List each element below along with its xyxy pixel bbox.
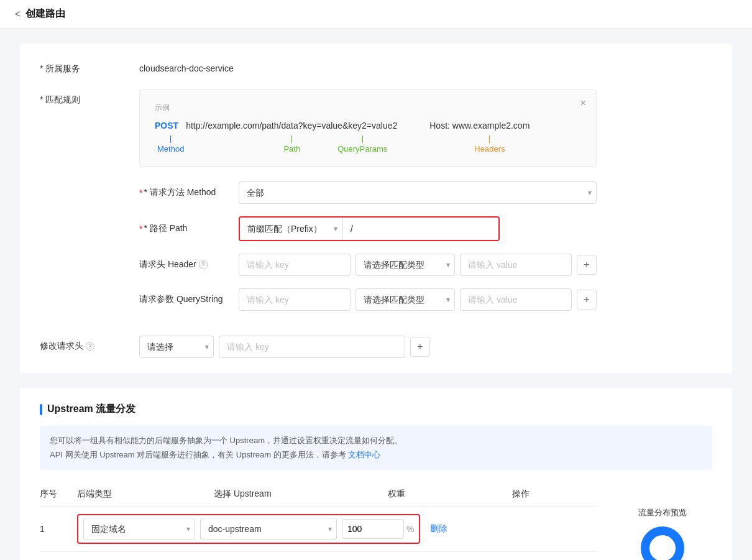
match-rule-row: * 匹配规则 示例 × POST http://example.com/path… [40, 90, 712, 321]
weight-unit: % [406, 524, 414, 534]
modify-header-controls: 请选择 ▾ + [139, 336, 430, 358]
backend-type-select[interactable]: 固定域名 [83, 518, 195, 540]
headers-annotation: Headers [474, 135, 505, 154]
header-key-input[interactable] [239, 254, 351, 276]
upstream-select-cell: doc-upstream ▾ [200, 518, 337, 540]
method-annotation: Method [157, 135, 184, 154]
col-header-index: 序号 [40, 489, 77, 500]
doc-center-link[interactable]: 文档中心 [348, 450, 380, 459]
backend-type-select-wrapper[interactable]: 固定域名 ▾ [83, 518, 195, 540]
main-content: * 所属服务 cloudsearch-doc-service * 匹配规则 示例… [0, 29, 752, 560]
donut-chart [638, 523, 687, 560]
service-row: * 所属服务 cloudsearch-doc-service [40, 58, 712, 75]
match-rule-label: * 匹配规则 [40, 90, 139, 106]
path-sub-row: * * 路径 Path 前缀匹配（Prefix） 精确匹配（Exact） 正则匹… [139, 216, 597, 241]
row-data-group: 固定域名 ▾ doc-upstream ▾ [77, 514, 420, 544]
modify-header-add-button[interactable]: + [410, 337, 430, 357]
col-header-action: 操作 [512, 489, 598, 500]
upstream-layout: 序号 后端类型 选择 Upstream 权重 操作 1 [40, 482, 712, 560]
table-header: 序号 后端类型 选择 Upstream 权重 操作 [40, 482, 598, 507]
path-row-controls: 前缀匹配（Prefix） 精确匹配（Exact） 正则匹配（Regex） ▾ [239, 216, 500, 241]
row-index: 1 [40, 524, 77, 534]
path-annotation: Path [283, 135, 300, 154]
modify-header-select-wrapper[interactable]: 请选择 ▾ [139, 336, 214, 358]
page-header: < 创建路由 [0, 0, 752, 29]
modify-header-select[interactable]: 请选择 [139, 336, 214, 358]
header-add-button[interactable]: + [577, 255, 597, 275]
modify-header-label: 修改请求头 ? [40, 336, 139, 352]
query-key-input[interactable] [239, 288, 351, 311]
upstream-select[interactable]: doc-upstream [200, 518, 337, 540]
header-type-select-wrapper[interactable]: 请选择匹配类型 ▾ [355, 254, 455, 276]
weight-cell: % [342, 519, 414, 539]
table-row: 1 固定域名 ▾ [40, 507, 598, 552]
url-path-text: http://example.com/path/data?key=value&k… [186, 121, 397, 131]
request-header-row: 请求头 Header ? 请选择匹配类型 ▾ [139, 254, 597, 276]
header-value-input[interactable] [460, 254, 572, 276]
backend-type-cell: 固定域名 ▾ [83, 518, 195, 540]
section-accent [40, 404, 42, 415]
query-type-select-wrapper[interactable]: 请选择匹配类型 ▾ [355, 288, 455, 311]
request-header-controls: 请选择匹配类型 ▾ + [239, 254, 597, 276]
method-sub-label: * * 请求方法 Method [139, 187, 239, 198]
query-string-controls: 请选择匹配类型 ▾ + [239, 288, 597, 311]
delete-button[interactable]: 删除 [430, 523, 447, 533]
url-annotations: Method Path QueryParams [155, 135, 581, 154]
service-value: cloudsearch-doc-service [139, 58, 712, 73]
modify-header-row: 修改请求头 ? 请选择 ▾ + [40, 336, 712, 358]
traffic-preview-label: 流量分布预览 [613, 507, 712, 518]
weight-input[interactable] [342, 519, 404, 539]
path-type-select[interactable]: 前缀匹配（Prefix） 精确匹配（Exact） 正则匹配（Regex） [240, 218, 342, 240]
query-annotation: QueryParams [337, 135, 387, 154]
url-host-text: Host: www.example2.com [429, 121, 530, 131]
query-value-input[interactable] [460, 288, 572, 311]
query-add-button[interactable]: + [577, 290, 597, 310]
upstream-table-area: 序号 后端类型 选择 Upstream 权重 操作 1 [40, 482, 598, 560]
query-string-label: 请求参数 QueryString [139, 294, 239, 305]
modify-header-key-input[interactable] [219, 336, 405, 358]
col-header-weight: 权重 [388, 489, 512, 500]
example-box: 示例 × POST http://example.com/path/data?k… [139, 90, 597, 167]
method-select-wrapper[interactable]: 全部 GET POST PUT DELETE ▾ [239, 181, 597, 204]
col-header-backend: 后端类型 [77, 489, 214, 500]
back-button[interactable]: < [15, 9, 21, 20]
page-title: 创建路由 [25, 7, 65, 21]
upstream-section: Upstream 流量分发 您可以将一组具有相似能力的后端服务抽象为一个 Ups… [20, 388, 732, 560]
example-label: 示例 [155, 103, 581, 113]
method-select-container: 全部 GET POST PUT DELETE ▾ [239, 181, 597, 204]
col-header-upstream: 选择 Upstream [214, 489, 388, 500]
svg-point-1 [651, 537, 674, 559]
url-display: POST http://example.com/path/data?key=va… [155, 121, 581, 131]
match-rule-content: 示例 × POST http://example.com/path/data?k… [139, 90, 597, 311]
path-select-wrapper[interactable]: 前缀匹配（Prefix） 精确匹配（Exact） 正则匹配（Regex） ▾ [240, 218, 343, 240]
upstream-title-bar: Upstream 流量分发 [40, 403, 712, 416]
action-cell: 删除 [420, 523, 598, 535]
header-type-select[interactable]: 请选择匹配类型 [355, 254, 455, 276]
url-method: POST [155, 121, 178, 131]
upstream-title: Upstream 流量分发 [47, 403, 135, 416]
traffic-preview-area: 流量分布预览 [613, 482, 712, 560]
header-info-icon[interactable]: ? [199, 260, 208, 269]
upstream-select-wrapper[interactable]: doc-upstream ▾ [200, 518, 337, 540]
method-sub-row: * * 请求方法 Method 全部 GET POST PUT [139, 181, 597, 204]
path-sub-label: * * 路径 Path [139, 223, 239, 234]
example-close-button[interactable]: × [580, 98, 586, 109]
upstream-desc: 您可以将一组具有相似能力的后端服务抽象为一个 Upstream，并通过设置权重决… [40, 426, 712, 470]
form-section: * 所属服务 cloudsearch-doc-service * 匹配规则 示例… [20, 44, 732, 373]
path-input[interactable] [343, 218, 498, 240]
query-type-select[interactable]: 请选择匹配类型 [355, 288, 455, 311]
method-select[interactable]: 全部 GET POST PUT DELETE [239, 181, 597, 204]
query-string-row: 请求参数 QueryString 请选择匹配类型 ▾ [139, 288, 597, 311]
modify-header-info-icon[interactable]: ? [86, 342, 94, 351]
request-header-label: 请求头 Header ? [139, 259, 239, 270]
service-label: * 所属服务 [40, 58, 139, 75]
section-divider [20, 383, 732, 388]
